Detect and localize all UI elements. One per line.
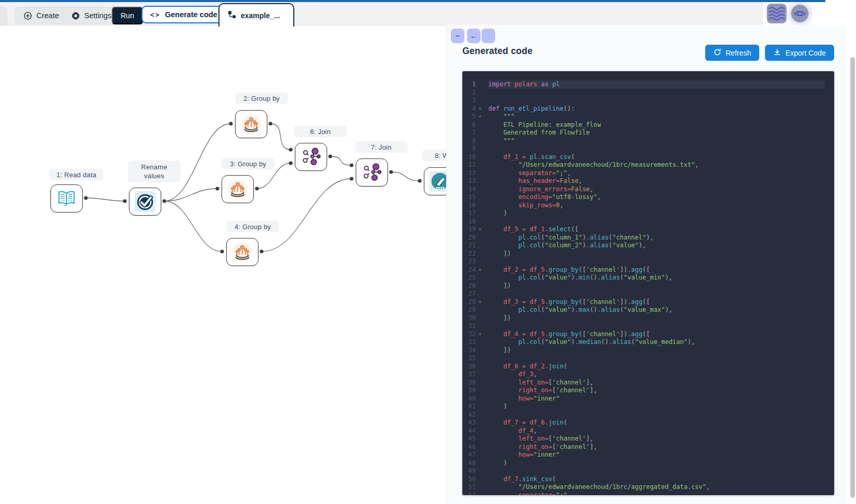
panel-title: Generated code xyxy=(462,46,533,57)
create-label: Create xyxy=(36,11,59,20)
waves-button[interactable] xyxy=(767,4,787,25)
line-number: 2 xyxy=(462,89,476,97)
port-dot[interactable] xyxy=(162,199,166,203)
line-number: 48 xyxy=(462,459,476,468)
group-by-icon xyxy=(227,179,249,200)
code-line: 14 ignore_errors=False, xyxy=(462,185,834,194)
code-line: 31 xyxy=(462,322,834,330)
port-dot[interactable] xyxy=(229,122,232,125)
waves-icon xyxy=(767,17,787,25)
line-number: 31 xyxy=(462,322,476,330)
code-line: 25 pl.col("value").min().alias("value_mi… xyxy=(462,274,834,282)
line-number: 1 xyxy=(462,81,476,89)
partial-toolbar-button[interactable] xyxy=(0,7,7,25)
node-label: 2: Group by xyxy=(235,92,288,104)
line-number: 24 xyxy=(462,266,476,274)
port-dot[interactable] xyxy=(328,154,332,158)
code-line: 16 skip_rows=0, xyxy=(462,202,834,210)
line-number: 45 xyxy=(462,435,476,443)
join-icon xyxy=(361,162,383,183)
line-number: 18 xyxy=(462,218,476,226)
group-by-4-node[interactable] xyxy=(226,238,258,266)
line-number: 49 xyxy=(462,467,476,475)
port-dot[interactable] xyxy=(215,187,219,190)
panel-window-button[interactable] xyxy=(482,29,495,43)
code-line: 20 pl.col("column_1").alias("channel"), xyxy=(462,234,834,242)
line-number: 47 xyxy=(462,451,476,459)
line-number: 33 xyxy=(462,338,476,347)
top-accent-bar xyxy=(0,0,825,2)
fold-arrow-icon[interactable]: ▼ xyxy=(476,330,484,339)
group-by-icon xyxy=(240,114,262,135)
read-data-node[interactable] xyxy=(50,184,83,213)
fold-arrow-icon[interactable]: ▼ xyxy=(476,105,484,113)
code-line: 24▼ df_2 = df_5.group_by(['channel']).ag… xyxy=(462,266,834,274)
code-line: 40 how="inner" xyxy=(462,395,834,403)
node-label: 6: Join xyxy=(294,126,347,137)
port-dot[interactable] xyxy=(123,199,126,203)
code-line: 11 "/Users/edwardvaneechoud/1brc/measure… xyxy=(462,161,834,169)
flow-edge xyxy=(391,172,420,181)
eye-button[interactable] xyxy=(791,5,809,22)
port-dot[interactable] xyxy=(389,170,393,174)
tab-label: example_... xyxy=(241,11,280,20)
line-number: 12 xyxy=(462,169,476,178)
generate-code-button[interactable]: <> Generate code xyxy=(141,6,226,23)
panel-actions: Refresh Export Code xyxy=(705,45,834,61)
minus-icon: − xyxy=(456,31,460,40)
line-number: 50 xyxy=(462,475,476,484)
line-number: 42 xyxy=(462,411,476,419)
code-line: 10 df_1 = pl.scan_csv( xyxy=(462,153,834,162)
fold-arrow-icon[interactable]: ▼ xyxy=(476,266,484,274)
port-dot[interactable] xyxy=(289,148,292,151)
port-dot[interactable] xyxy=(84,196,87,200)
code-line: 17 ) xyxy=(462,209,834,218)
panel-back-button[interactable]: ← xyxy=(467,29,481,43)
code-line: 4▼def run_etl_pipeline(): xyxy=(462,105,834,113)
export-code-label: Export Code xyxy=(785,49,826,57)
port-dot[interactable] xyxy=(268,122,272,125)
code-line: 34 ]) xyxy=(462,347,834,355)
line-number: 30 xyxy=(462,314,476,323)
code-editor[interactable]: 1import polars as pl234▼def run_etl_pipe… xyxy=(462,71,834,495)
create-button[interactable]: Create xyxy=(15,7,68,24)
line-number: 43 xyxy=(462,419,476,427)
refresh-button[interactable]: Refresh xyxy=(705,45,759,61)
rename-values-node[interactable] xyxy=(129,188,161,216)
group-by-3-node[interactable] xyxy=(222,175,254,203)
port-dot[interactable] xyxy=(349,177,353,180)
group-by-2-node[interactable] xyxy=(235,110,267,138)
flow-tree-icon xyxy=(228,10,236,20)
export-code-button[interactable]: Export Code xyxy=(765,45,834,61)
line-number: 7 xyxy=(462,129,476,137)
code-line: 37 df_3, xyxy=(462,370,834,379)
port-dot[interactable] xyxy=(289,161,292,165)
flow-tab[interactable]: example_... xyxy=(218,3,294,26)
code-brackets-icon: <> xyxy=(150,11,160,19)
fold-arrow-icon[interactable]: ▼ xyxy=(476,113,484,121)
refresh-icon xyxy=(714,48,721,58)
fold-arrow-icon[interactable]: ▼ xyxy=(476,298,484,307)
join-7-node[interactable] xyxy=(356,158,388,187)
code-line: 45 left_on=['channel'], xyxy=(462,435,834,443)
port-dot[interactable] xyxy=(260,249,263,253)
code-line: 28▼ df_3 = df_5.group_by(['channel']).ag… xyxy=(462,298,834,307)
port-dot[interactable] xyxy=(255,187,258,190)
join-6-node[interactable] xyxy=(295,143,327,171)
fold-arrow-icon[interactable]: ▼ xyxy=(476,226,484,234)
port-dot[interactable] xyxy=(418,179,421,182)
line-number: 37 xyxy=(462,370,476,379)
line-number: 23 xyxy=(462,258,476,266)
line-number: 3 xyxy=(462,97,476,105)
panel-minimize-button[interactable]: − xyxy=(451,29,464,43)
scrollbar-thumb[interactable] xyxy=(850,57,855,498)
code-line: 15 encoding="utf8-lossy", xyxy=(462,193,834,202)
generated-code-panel: − ← Generated code Refresh Export Code 1… xyxy=(446,25,847,504)
line-number: 32 xyxy=(462,330,476,339)
code-line: 38 left_on=['channel'], xyxy=(462,379,834,387)
port-dot[interactable] xyxy=(349,163,353,167)
run-button[interactable]: Run xyxy=(112,7,143,24)
code-line: 18 xyxy=(462,218,834,226)
port-dot[interactable] xyxy=(220,249,224,253)
code-line: 35 xyxy=(462,354,834,363)
